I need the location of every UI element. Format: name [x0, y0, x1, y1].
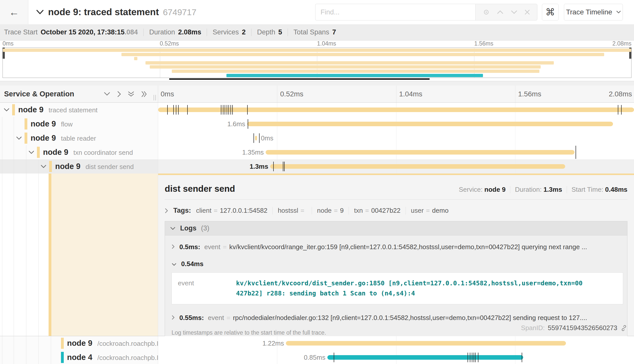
- collapse-all-icon[interactable]: [141, 91, 147, 97]
- minimap-span-bar: [3, 49, 631, 52]
- logs-section: Logs (3) 0.5ms: event = kv/kvclient/kvco…: [165, 221, 627, 341]
- service-name: node 9: [67, 339, 92, 348]
- divider: [165, 199, 627, 200]
- page-title: node 9: traced statement: [48, 7, 159, 17]
- log-entry-3[interactable]: 0.55ms: event = rpc/nodedialer/nodediale…: [165, 306, 627, 323]
- operation-name: flow: [61, 120, 73, 128]
- span-timeline-cell[interactable]: 1.6ms: [158, 117, 634, 131]
- log-marker: [173, 105, 174, 115]
- expand-one-level-icon[interactable]: [104, 92, 110, 96]
- collapse-one-level-icon[interactable]: [117, 91, 121, 97]
- tag-user: user=demo: [411, 207, 449, 215]
- span-bar[interactable]: [158, 108, 634, 112]
- span-bar[interactable]: [266, 150, 575, 155]
- log-value: kv/kvclient/kvcoord/range_iter.go:159 [n…: [229, 243, 587, 251]
- span-color-swatch: [25, 118, 27, 130]
- span-color-swatch: [61, 338, 64, 349]
- log-marker: [283, 162, 283, 171]
- find-input[interactable]: [315, 4, 475, 20]
- log-entry-2-header[interactable]: 0.54ms: [165, 252, 627, 268]
- span-timeline-cell[interactable]: 1.3ms: [158, 159, 634, 174]
- span-duration-label: 1.35ms: [242, 148, 264, 156]
- gridline: [515, 85, 515, 102]
- log-entry-1[interactable]: 0.5ms: event = kv/kvclient/kvcoord/range…: [165, 235, 627, 252]
- divider: [251, 29, 251, 36]
- log-key: event: [178, 278, 236, 298]
- span-duration-label: 0.85ms: [304, 354, 325, 361]
- span-name-cell[interactable]: node 9traced statement: [0, 103, 158, 117]
- operation-name: txn coordinator send: [73, 149, 133, 157]
- trace-start: Trace Start October 15 2020, 17:38:15.08…: [4, 28, 138, 36]
- chevron-down-icon[interactable]: [16, 136, 22, 140]
- span-color-swatch: [61, 352, 64, 363]
- span-timeline-cell[interactable]: 1.22ms: [158, 336, 634, 350]
- chevron-down-icon: [616, 11, 621, 14]
- tag-client: client=127.0.0.1:54582: [196, 207, 267, 215]
- chevron-down-icon[interactable]: [40, 165, 47, 168]
- log-marker: [230, 105, 231, 115]
- prev-match-icon[interactable]: [497, 10, 503, 14]
- span-bar[interactable]: [270, 164, 565, 169]
- log-marker: [227, 105, 227, 115]
- service-name: node 4: [67, 353, 92, 362]
- logs-count: (3): [201, 224, 209, 232]
- log-timestamp: 0.54ms: [181, 260, 203, 268]
- chevron-down-icon: [170, 227, 176, 230]
- clear-search-icon[interactable]: [524, 9, 530, 15]
- expand-all-icon[interactable]: [128, 91, 134, 97]
- log-marker: [232, 105, 233, 115]
- column-resize-grip[interactable]: [154, 95, 156, 100]
- span-name-cell[interactable]: node 9dist sender send: [0, 159, 158, 174]
- log-marker: [259, 133, 260, 143]
- trace-duration: Duration2.08ms: [149, 28, 201, 36]
- trace-services: Services2: [213, 28, 246, 36]
- span-id-label: SpanID:: [521, 324, 545, 332]
- operation-name: /cockroach.roachpb.I...: [97, 354, 164, 362]
- next-match-icon[interactable]: [511, 10, 517, 14]
- span-bar[interactable]: [327, 355, 523, 360]
- tag-hostssl: hostssl=: [278, 207, 307, 215]
- span-bar[interactable]: [247, 122, 613, 126]
- service-operation-header: Service & Operation: [4, 90, 74, 98]
- span-row-flow: node 9flow 1.6ms: [0, 117, 634, 131]
- logs-header[interactable]: Logs (3): [165, 221, 627, 235]
- chevron-down-icon[interactable]: [36, 9, 44, 15]
- log-marker: [576, 146, 576, 159]
- spacer: [0, 81, 634, 85]
- minimap-canvas[interactable]: [3, 48, 631, 78]
- span-bar[interactable]: [255, 136, 257, 140]
- keyboard-shortcuts-button[interactable]: ⌘: [542, 4, 559, 20]
- timeline-header-ticks: 0ms 0.52ms 1.04ms 1.56ms 2.08ms: [158, 85, 634, 102]
- log-marker: [221, 105, 221, 115]
- operation-name: traced statement: [49, 106, 98, 114]
- span-timeline-cell[interactable]: 0.85ms: [158, 350, 634, 364]
- command-icon: ⌘: [545, 7, 555, 18]
- log-marker: [475, 353, 476, 362]
- span-bar[interactable]: [286, 341, 566, 346]
- span-detail-title: dist sender send: [165, 184, 235, 194]
- service-name: node 9: [18, 105, 44, 114]
- service-name: node 9: [31, 134, 56, 143]
- gridline: [277, 85, 277, 102]
- span-timeline-cell[interactable]: 0ms: [158, 131, 634, 145]
- copy-link-icon[interactable]: [620, 325, 627, 332]
- log-marker: [273, 162, 274, 171]
- span-name-cell[interactable]: node 9table reader: [0, 131, 158, 145]
- locate-icon[interactable]: [483, 9, 490, 16]
- trace-view-selector[interactable]: Trace Timeline: [564, 4, 623, 20]
- log-marker: [248, 119, 248, 129]
- back-button[interactable]: ←: [0, 0, 28, 24]
- tags-section[interactable]: Tags: client=127.0.0.1:54582 hostssl= no…: [165, 207, 627, 215]
- log-marker: [474, 353, 474, 362]
- span-name-cell[interactable]: node 4/cockroach.roachpb.I...: [0, 350, 158, 364]
- chevron-down-icon[interactable]: [4, 108, 10, 112]
- span-timeline-cell[interactable]: [158, 103, 634, 117]
- span-name-cell[interactable]: node 9flow: [0, 117, 158, 131]
- span-detail-left-gutter: [0, 174, 158, 336]
- divider: [143, 29, 144, 36]
- span-name-cell[interactable]: node 9txn coordinator send: [0, 145, 158, 159]
- chevron-down-icon[interactable]: [28, 151, 34, 154]
- span-name-cell[interactable]: node 9/cockroach.roachpb.I...: [0, 336, 158, 350]
- operation-name: dist sender send: [86, 163, 134, 171]
- span-timeline-cell[interactable]: 1.35ms: [158, 145, 634, 159]
